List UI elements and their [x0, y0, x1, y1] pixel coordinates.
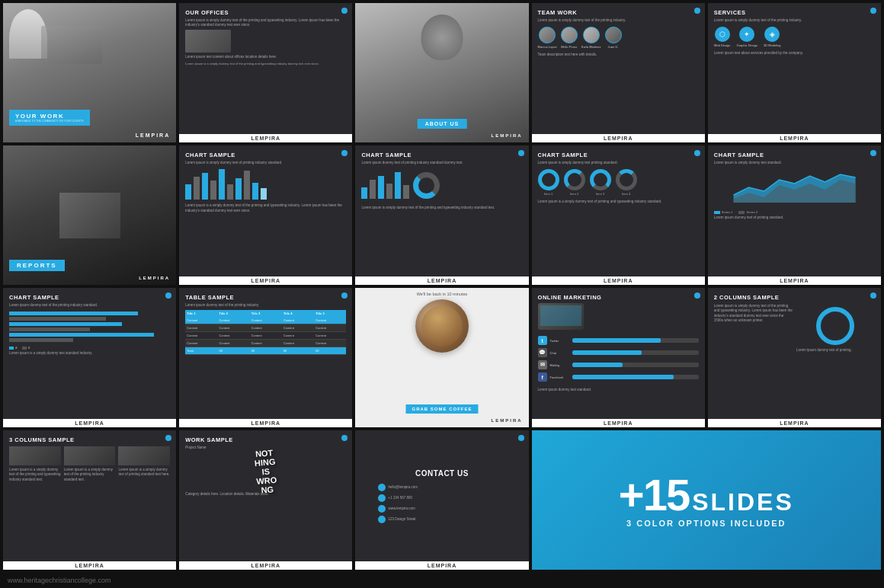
slide-indicator: [870, 150, 876, 156]
promo-number: +15: [619, 473, 689, 517]
slide-chart-3[interactable]: CHART SAMPLE Lorem ipsum is simply dummy…: [532, 145, 705, 285]
area-chart: [714, 168, 875, 203]
slide-indicator: [870, 292, 876, 299]
slide-about-us[interactable]: ABOUT US LEMPIRA: [355, 3, 528, 142]
three-columns: Lorem ipsum is a simply dummy text of th…: [9, 446, 170, 482]
online-mkt-title: ONLINE MARKETING: [538, 294, 699, 301]
brand-about: LEMPIRA: [492, 133, 523, 138]
two-columns: Lorem ipsum is simply dummy text of the …: [714, 304, 875, 353]
coffee-text: We'll be back in 10 minutes: [417, 292, 468, 296]
slide-footer-14: LEMPIRA: [532, 419, 705, 427]
slide-footer-4: LEMPIRA: [532, 134, 705, 142]
chart3-title: CHART SAMPLE: [538, 152, 699, 158]
services-title: SERVICES: [714, 9, 875, 16]
slide-chart-1[interactable]: CHART SAMPLE Lorem ipsum is simply dummy…: [179, 145, 352, 285]
3col-title: 3 COLUMNS SAMPLE: [9, 436, 170, 443]
slide-indicator: [694, 8, 700, 14]
chart5-title: CHART SAMPLE: [9, 294, 170, 301]
slide-chart-4[interactable]: CHART SAMPLE Lorem ipsum is simply dummy…: [708, 145, 881, 285]
slide-services[interactable]: SERVICES Lorem ipsum is simply dummy tex…: [708, 3, 881, 142]
chart2-title: CHART SAMPLE: [361, 152, 522, 158]
slide-work-sample[interactable]: WORK SAMPLE Project Name NOTHINGISWRONG …: [179, 430, 352, 570]
slide-indicator: [870, 8, 876, 14]
2col-title: 2 COLUMNS SAMPLE: [714, 294, 875, 301]
slide-your-work[interactable]: YOUR WORK A MESSAGE TO THE COMMUNITY ON …: [3, 3, 176, 142]
slide-footer-11: LEMPIRA: [3, 419, 176, 427]
nothing-wrong-art: NOTHINGISWRONG: [185, 450, 346, 492]
slide-team-work[interactable]: TEAM WORK Lorem ipsum is simply dummy te…: [532, 3, 705, 142]
slide-chart-5[interactable]: CHART SAMPLE Lorem ipsum dummy text of t…: [3, 288, 176, 427]
slide-indicator: [341, 435, 348, 441]
slide-indicator: [341, 292, 348, 299]
slide-indicator: [341, 150, 348, 156]
slide-table[interactable]: TABLE SAMPLE Lorem ipsum dummy text of t…: [179, 288, 352, 427]
table-title: TABLE SAMPLE: [185, 294, 346, 301]
data-table: Title 1Title 2Title 3Title 4Title 5 Cont…: [185, 310, 346, 355]
slide-footer-10: LEMPIRA: [708, 276, 881, 285]
slide-indicator: [694, 292, 700, 299]
chart2-content: [361, 168, 522, 203]
slide-footer-9: LEMPIRA: [532, 276, 705, 285]
social-rows: t Twitter 💬 Chat ✉ Mailing: [538, 336, 699, 382]
slide-reports[interactable]: REPORTS LEMPIRA: [3, 145, 176, 285]
slide-indicator: [341, 8, 348, 14]
your-work-subtitle: A MESSAGE TO THE COMMUNITY ON YOUR CLIEN…: [15, 120, 84, 123]
slide-3col[interactable]: 3 COLUMNS SAMPLE Lorem ipsum is a simply…: [3, 430, 176, 570]
slide-footer-7: LEMPIRA: [179, 276, 352, 285]
slide-footer-16: LEMPIRA: [3, 561, 176, 570]
slide-2col[interactable]: 2 COLUMNS SAMPLE Lorem ipsum is simply d…: [708, 288, 881, 427]
service-icons: ⬡ Web Design ✦ Graphic Design ◈ 3D Model…: [714, 27, 875, 47]
slide-footer-8: LEMPIRA: [355, 276, 528, 285]
slide-coffee[interactable]: We'll be back in 10 minutes GRAB SOME CO…: [355, 288, 528, 427]
slide-footer-2: LEMPIRA: [179, 134, 352, 142]
hbar-chart: [9, 312, 170, 342]
footer-url: www.heritagechristiancollege.com: [8, 577, 111, 584]
team-work-title: TEAM WORK: [538, 9, 699, 16]
work-sample-title: WORK SAMPLE: [185, 436, 346, 443]
slide-indicator: [165, 435, 171, 441]
brand-coffee: LEMPIRA: [492, 418, 523, 423]
laptop-image: [538, 303, 584, 330]
promo-slides-text: SLIDES: [692, 488, 794, 516]
your-work-title: YOUR WORK: [15, 113, 84, 120]
slide-contact[interactable]: CONTACT US hello@lempira.com +1 234 567 …: [355, 430, 528, 570]
slide-our-offices[interactable]: OUR OFFICES Lorem ipsum is simply dummy …: [179, 3, 352, 142]
slide-online-marketing[interactable]: ONLINE MARKETING t Twitter 💬 Chat ✉: [532, 288, 705, 427]
coffee-label: GRAB SOME COFFEE: [405, 404, 478, 414]
slide-footer-12: LEMPIRA: [179, 419, 352, 427]
contact-info: hello@lempira.com +1 234 567 890 www.lem…: [378, 484, 507, 523]
promo-sub-text: 3 COLOR OPTIONS INCLUDED: [626, 519, 786, 528]
contact-title: CONTACT US: [415, 469, 469, 478]
team-avatars: Marcus Lopez Mello Perez Karla Martinez …: [538, 27, 699, 49]
slide-promo: +15 SLIDES 3 COLOR OPTIONS INCLUDED: [532, 430, 881, 570]
slide-indicator: [694, 150, 700, 156]
slide-chart-2[interactable]: CHART SAMPLE Lorem ipsum dummy text of p…: [355, 145, 528, 285]
about-us-label: ABOUT US: [418, 119, 467, 129]
coffee-cup: [415, 299, 469, 353]
slide-footer-15: LEMPIRA: [708, 419, 881, 427]
circles-chart: Item 1 Item 2 Item 3 Item 4: [538, 169, 699, 196]
slide-indicator: [518, 435, 524, 441]
slide-indicator: [518, 150, 524, 156]
reports-label: REPORTS: [9, 260, 65, 271]
slide-brand-1: LEMPIRA: [136, 133, 171, 138]
chart1-title: CHART SAMPLE: [185, 152, 346, 158]
slide-footer-18: LEMPIRA: [355, 561, 528, 570]
slide-footer-17: LEMPIRA: [179, 561, 352, 570]
office-image: [185, 30, 231, 53]
our-offices-title: OUR OFFICES: [185, 9, 346, 16]
slides-grid: YOUR WORK A MESSAGE TO THE COMMUNITY ON …: [0, 0, 884, 573]
brand-reports: LEMPIRA: [139, 276, 170, 280]
bar-chart: [185, 169, 346, 200]
bottom-bar: www.heritagechristiancollege.com: [0, 573, 884, 588]
chart4-title: CHART SAMPLE: [714, 152, 875, 158]
slide-indicator: [165, 292, 171, 299]
slide-footer-5: LEMPIRA: [708, 134, 881, 142]
